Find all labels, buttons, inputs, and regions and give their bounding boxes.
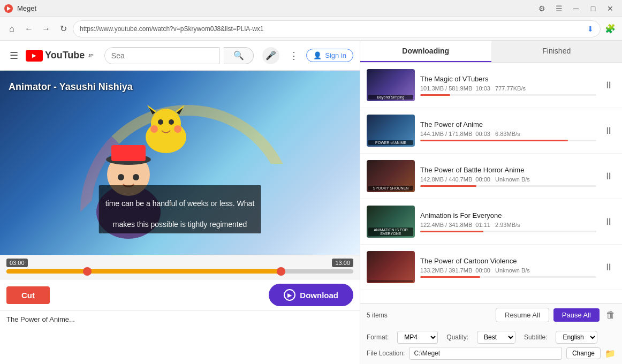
tabs-bar: Downloading Finished bbox=[360, 41, 622, 63]
subtitle-overlay: time can be a handful of weeks or less. … bbox=[99, 185, 261, 233]
progress-handle-left[interactable] bbox=[83, 267, 92, 276]
subtitle-line2: makes this possible is tightly regimente… bbox=[113, 220, 247, 229]
dl-progress-track-2 bbox=[420, 140, 596, 141]
dl-progress-fill-3 bbox=[420, 185, 476, 187]
refresh-btn[interactable]: ↻ bbox=[56, 21, 71, 36]
download-page-icon[interactable]: ⬇ bbox=[587, 25, 594, 33]
tab-downloading[interactable]: Downloading bbox=[360, 41, 491, 62]
dl-progress-fill-2 bbox=[420, 140, 568, 141]
signin-btn[interactable]: 👤 Sign in bbox=[306, 49, 353, 62]
footer-actions: Resume All Pause All 🗑 bbox=[496, 308, 616, 322]
thumb-label-2: POWER of ANIME bbox=[368, 140, 413, 145]
thumbnail-2: POWER of ANIME bbox=[367, 115, 415, 147]
maximize-btn[interactable]: □ bbox=[586, 2, 601, 15]
time-1: 10:03 bbox=[475, 85, 490, 92]
progress-bar[interactable] bbox=[6, 269, 353, 274]
time-2: 00:03 bbox=[475, 131, 490, 137]
subtitle-select[interactable]: English None bbox=[556, 331, 597, 344]
item-info-5: The Power of Cartoon Violence 133.2MB / … bbox=[420, 257, 596, 278]
item-title-2: The Power of Anime bbox=[420, 120, 596, 128]
download-btn-label: Download bbox=[300, 291, 338, 300]
download-btn-icon: ▶ bbox=[284, 289, 295, 301]
pause-btn-2[interactable]: ⏸ bbox=[602, 123, 616, 139]
app-icon bbox=[4, 4, 13, 13]
youtube-header: ☰ YouTube JP 🔍 🎤 ⋮ 👤 Sign in bbox=[0, 41, 360, 71]
pause-btn-5[interactable]: ⏸ bbox=[602, 260, 616, 275]
video-title-overlay: Animator - Yasushi Nishiya bbox=[9, 81, 133, 93]
tab-finished-label: Finished bbox=[542, 47, 571, 55]
minimize-btn[interactable]: ─ bbox=[568, 2, 583, 15]
thumbnail-4: ANIMATION IS FOR EVERYONE bbox=[367, 206, 415, 238]
svg-point-5 bbox=[118, 174, 124, 180]
dl-progress-fill-4 bbox=[420, 231, 483, 232]
pause-btn-1[interactable]: ⏸ bbox=[602, 78, 616, 93]
close-btn[interactable]: ✕ bbox=[603, 2, 618, 15]
dl-progress-fill-1 bbox=[420, 94, 450, 96]
download-item: The Power of Cartoon Violence 133.2MB / … bbox=[360, 245, 622, 290]
main-layout: ☰ YouTube JP 🔍 🎤 ⋮ 👤 Sign in bbox=[0, 41, 622, 364]
address-bar[interactable]: https://www.youtube.com/watch?v=pSkrywom… bbox=[73, 20, 601, 37]
download-button[interactable]: ▶ Download bbox=[269, 284, 353, 306]
quality-select[interactable]: Best 1080p 720p bbox=[477, 331, 515, 344]
speed-4: 2.93MB/s bbox=[495, 222, 520, 228]
pikachu-figure bbox=[139, 105, 193, 153]
dl-progress-fill-5 bbox=[420, 276, 480, 278]
yt-more-btn[interactable]: ⋮ bbox=[286, 47, 302, 65]
time-markers: 03:00 13:00 bbox=[6, 259, 353, 267]
youtube-logo[interactable]: YouTube JP bbox=[26, 50, 94, 62]
thumbnail-5 bbox=[367, 251, 415, 283]
progress-handle-right[interactable] bbox=[277, 267, 285, 276]
file-location-input[interactable] bbox=[409, 347, 562, 360]
download-item: Beyond Simping The Magic of VTubers 101.… bbox=[360, 63, 622, 108]
size-total-3: 440.7MB bbox=[449, 176, 472, 183]
signin-icon: 👤 bbox=[313, 51, 322, 59]
title-bar: Meget ⚙ ☰ ─ □ ✕ bbox=[0, 0, 622, 17]
extensions-btn[interactable]: 🧩 bbox=[603, 21, 618, 36]
hamburger-menu[interactable]: ☰ bbox=[6, 47, 21, 65]
search-btn[interactable]: 🔍 bbox=[224, 47, 254, 64]
svg-point-8 bbox=[151, 109, 181, 139]
item-meta-2: 144.1MB / 171.8MB 00:03 6.83MB/s bbox=[420, 131, 596, 137]
svg-point-10 bbox=[169, 119, 174, 125]
download-item: POWER of ANIME The Power of Anime 144.1M… bbox=[360, 108, 622, 154]
back-btn[interactable]: ← bbox=[21, 21, 36, 36]
item-meta-1: 101.3MB / 581.9MB 10:03 777.77KB/s bbox=[420, 85, 596, 92]
pause-btn-3[interactable]: ⏸ bbox=[602, 169, 616, 184]
pause-btn-4[interactable]: ⏸ bbox=[602, 214, 616, 230]
home-btn[interactable]: ⌂ bbox=[4, 21, 19, 36]
forward-btn[interactable]: → bbox=[39, 21, 54, 36]
tab-finished[interactable]: Finished bbox=[491, 41, 623, 62]
download-list: Beyond Simping The Magic of VTubers 101.… bbox=[360, 63, 622, 303]
menu-btn[interactable]: ☰ bbox=[551, 2, 566, 15]
bottom-controls: Cut ▶ Download bbox=[0, 279, 360, 310]
speed-3: Unknown B/s bbox=[495, 176, 530, 183]
right-panel: Downloading Finished Beyond Simping The … bbox=[360, 41, 622, 364]
svg-point-9 bbox=[158, 119, 163, 125]
format-label: Format: bbox=[367, 333, 389, 341]
signin-label: Sign in bbox=[325, 51, 346, 59]
cut-button[interactable]: Cut bbox=[6, 286, 50, 304]
video-area[interactable]: Animator - Yasushi Nishiya time can be a… bbox=[0, 71, 360, 255]
search-input[interactable] bbox=[105, 48, 219, 64]
folder-icon[interactable]: 📁 bbox=[605, 348, 616, 359]
resume-all-button[interactable]: Resume All bbox=[496, 308, 549, 322]
format-select[interactable]: MP4 MP3 WEBM bbox=[397, 331, 438, 344]
app-title: Meget bbox=[17, 4, 530, 12]
change-button[interactable]: Change bbox=[566, 347, 601, 359]
mic-btn[interactable]: 🎤 bbox=[262, 47, 279, 64]
dl-progress-track-5 bbox=[420, 276, 596, 278]
settings-btn[interactable]: ⚙ bbox=[534, 2, 549, 15]
time-3: 00:00 bbox=[475, 176, 490, 183]
item-info-3: The Power of Battle Horror Anime 142.8MB… bbox=[420, 166, 596, 187]
thumbnail-1: Beyond Simping bbox=[367, 69, 415, 101]
item-title-1: The Magic of VTubers bbox=[420, 75, 596, 83]
time-start: 03:00 bbox=[6, 259, 28, 267]
pause-all-button[interactable]: Pause All bbox=[553, 308, 600, 322]
trash-button[interactable]: 🗑 bbox=[606, 309, 616, 321]
search-bar bbox=[104, 47, 219, 64]
item-title-5: The Power of Cartoon Violence bbox=[420, 257, 596, 265]
size-total-5: 391.7MB bbox=[449, 267, 472, 274]
items-count: 5 items bbox=[367, 312, 388, 319]
window-controls: ⚙ ☰ ─ □ ✕ bbox=[534, 2, 618, 15]
item-info-4: Animation is For Everyone 122.4MB / 341.… bbox=[420, 211, 596, 232]
